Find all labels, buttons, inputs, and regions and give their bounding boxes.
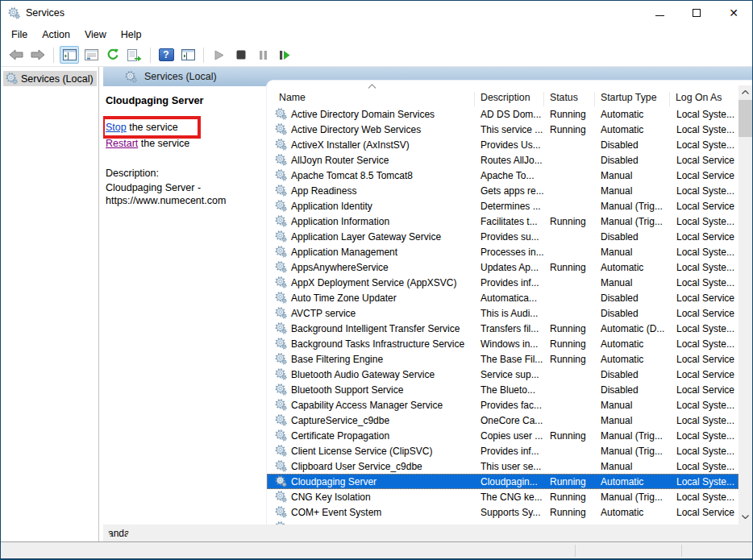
table-row[interactable]: Background Tasks Infrastructure Service … xyxy=(267,336,738,351)
service-name-cell: Capability Access Manager Service xyxy=(267,399,475,411)
show-action-pane-button[interactable] xyxy=(178,46,198,64)
scrollbar-thumb[interactable] xyxy=(738,100,752,137)
back-button[interactable] xyxy=(6,46,26,64)
menu-view[interactable]: View xyxy=(77,27,114,43)
menu-action[interactable]: Action xyxy=(35,27,77,43)
table-row[interactable]: Application Management Processes in... M… xyxy=(267,244,738,259)
stop-service-suffix: the service xyxy=(127,122,178,133)
toolbar: ? xyxy=(1,44,752,67)
table-row[interactable]: AppsAnywhereService Updates Ap... Runnin… xyxy=(267,259,738,275)
service-startup-type: Automatic (D... xyxy=(595,323,670,334)
service-startup-type: Automatic xyxy=(595,354,670,365)
scroll-down-button[interactable] xyxy=(738,510,752,524)
service-icon-slot xyxy=(275,429,287,442)
service-description: Copies user ... xyxy=(475,430,544,442)
services-gear-icon xyxy=(275,384,287,396)
service-icon-slot xyxy=(275,185,287,197)
service-startup-type: Manual (Trig... xyxy=(595,216,670,227)
services-gear-icon xyxy=(275,368,287,380)
title-bar[interactable]: Services ✕ xyxy=(1,1,752,25)
refresh-button[interactable] xyxy=(103,46,123,64)
table-row[interactable]: COM+ Event System Supports Sy... Running… xyxy=(267,504,738,520)
table-row[interactable]: Bluetooth Support Service The Blueto... … xyxy=(267,382,738,397)
help-button[interactable]: ? xyxy=(156,46,176,64)
restart-service-link[interactable]: Restart xyxy=(106,138,138,149)
table-row[interactable]: Active Directory Domain Services AD DS D… xyxy=(267,106,738,122)
service-name-cell: Apache Tomcat 8.5 Tomcat8 xyxy=(267,169,475,181)
table-row[interactable]: Bluetooth Audio Gateway Service Service … xyxy=(267,367,738,382)
column-header-description[interactable]: Description xyxy=(475,92,544,106)
snap-in-title: Services (Local) xyxy=(144,71,217,82)
table-row[interactable]: Clipboard User Service_c9dbe This user s… xyxy=(267,458,738,474)
minimize-icon xyxy=(655,15,664,16)
services-gear-icon xyxy=(275,414,287,426)
table-row[interactable]: App Readiness Gets apps re... Manual Loc… xyxy=(267,183,738,198)
vertical-scrollbar[interactable] xyxy=(738,85,752,525)
service-startup-type: Automatic xyxy=(595,109,670,120)
pause-service-button[interactable] xyxy=(253,46,272,64)
column-header-name[interactable]: Name xyxy=(267,92,475,106)
table-row[interactable]: Active Directory Web Services This servi… xyxy=(267,122,738,137)
column-header-log-on-as[interactable]: Log On As xyxy=(670,92,738,106)
show-console-tree-button[interactable] xyxy=(60,46,79,64)
close-button[interactable]: ✕ xyxy=(715,1,752,25)
table-row[interactable]: CNG Key Isolation The CNG ke... Running … xyxy=(267,489,738,504)
table-row[interactable]: Client License Service (ClipSVC) Provide… xyxy=(267,443,738,458)
table-row[interactable]: AppX Deployment Service (AppXSVC) Provid… xyxy=(267,275,738,290)
table-row[interactable]: Auto Time Zone Updater Automatica... Dis… xyxy=(267,290,738,305)
menu-file[interactable]: File xyxy=(4,27,35,43)
service-name-cell: Client License Service (ClipSVC) xyxy=(267,445,475,457)
scroll-up-button[interactable] xyxy=(738,85,752,99)
service-icon-slot xyxy=(275,475,287,487)
service-description: The Blueto... xyxy=(475,384,544,396)
properties-button[interactable] xyxy=(81,46,101,64)
service-description: Cloudpagin... xyxy=(475,476,544,487)
description-label: Description: xyxy=(106,168,159,179)
column-header-status[interactable]: Status xyxy=(544,92,595,106)
service-startup-type: Manual (Trig... xyxy=(595,201,670,212)
service-icon-slot xyxy=(275,384,287,396)
service-startup-type: Manual xyxy=(595,400,670,411)
service-description: Gets apps re... xyxy=(475,185,544,197)
table-row[interactable]: Certificate Propagation Copies user ... … xyxy=(267,428,738,443)
export-list-button[interactable] xyxy=(125,46,144,64)
service-startup-type: Manual (Trig... xyxy=(595,430,670,442)
services-gear-icon xyxy=(275,399,287,411)
table-row[interactable]: Capability Access Manager Service Provid… xyxy=(267,397,738,413)
table-row[interactable]: AVCTP service This is Audi... Disabled L… xyxy=(267,305,738,321)
stop-service-link[interactable]: Stop xyxy=(106,122,127,133)
column-header-startup-type[interactable]: Startup Type xyxy=(595,92,670,106)
service-log-on-as: Local Syste... xyxy=(670,109,738,120)
table-row[interactable]: Application Layer Gateway Service Provid… xyxy=(267,229,738,244)
table-row[interactable]: Application Identity Determines ... Manu… xyxy=(267,198,738,214)
service-name: Background Intelligent Transfer Service xyxy=(291,323,460,334)
table-row[interactable]: ActiveX Installer (AxInstSV) Provides Us… xyxy=(267,137,738,152)
sidebar-item-services-local[interactable]: Services (Local) xyxy=(3,71,97,86)
table-row[interactable]: Application Information Facilitates t...… xyxy=(267,214,738,229)
table-row[interactable]: CaptureService_c9dbe OneCore Ca... Manua… xyxy=(267,413,738,428)
table-row[interactable]: AllJoyn Router Service Routes AllJo... D… xyxy=(267,152,738,168)
forward-button[interactable] xyxy=(28,46,48,64)
service-status: Running xyxy=(544,216,595,227)
service-name-cell: Application Identity xyxy=(267,200,475,212)
service-startup-type: Disabled xyxy=(595,384,670,396)
table-row[interactable]: Base Filtering Engine The Base Fil... Ru… xyxy=(267,351,738,367)
toolbar-separator xyxy=(203,48,204,63)
table-row[interactable]: Cloudpaging Server Cloudpagin... Running… xyxy=(267,474,738,489)
stop-service-button[interactable] xyxy=(231,46,251,64)
minimize-button[interactable] xyxy=(641,1,678,25)
service-log-on-as: Local Syste... xyxy=(670,216,738,227)
service-status: Running xyxy=(544,507,595,518)
service-name: AppsAnywhereService xyxy=(291,262,389,273)
services-gear-icon xyxy=(275,230,287,243)
start-service-button[interactable] xyxy=(210,46,229,64)
table-row[interactable]: Apache Tomcat 8.5 Tomcat8 Apache To... M… xyxy=(267,168,738,183)
table-row[interactable]: Background Intelligent Transfer Service … xyxy=(267,321,738,336)
menu-help[interactable]: Help xyxy=(114,27,149,43)
service-icon-slot xyxy=(275,491,287,503)
selected-service-title: Cloudpaging Server xyxy=(106,94,204,106)
service-icon-slot xyxy=(275,368,287,380)
restart-service-button[interactable] xyxy=(275,46,294,64)
maximize-button[interactable] xyxy=(678,1,715,25)
table-row[interactable] xyxy=(267,520,738,525)
